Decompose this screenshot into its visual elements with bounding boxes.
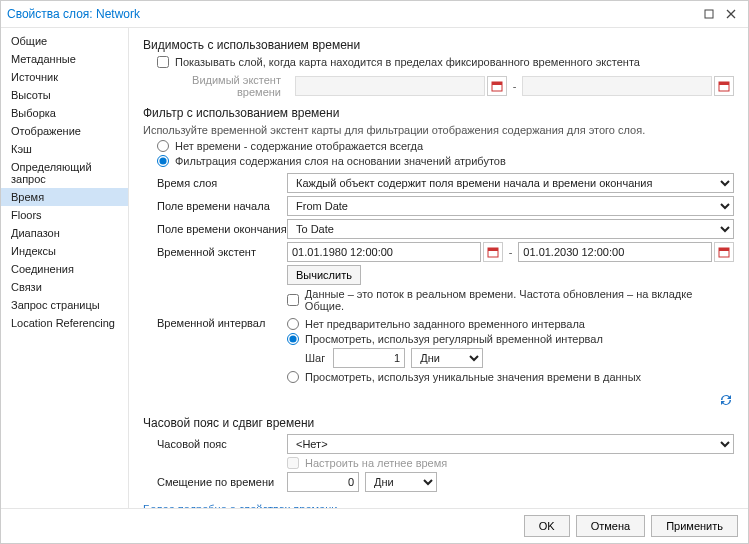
interval-radio-regular[interactable]	[287, 333, 299, 345]
sidebar-item[interactable]: Кэш	[1, 140, 128, 158]
sidebar-item[interactable]: Метаданные	[1, 50, 128, 68]
calculate-button[interactable]: Вычислить	[287, 265, 361, 285]
dst-checkbox	[287, 457, 299, 469]
interval-radio-unique[interactable]	[287, 371, 299, 383]
close-icon[interactable]	[720, 5, 742, 23]
end-field-select[interactable]: To Date	[287, 219, 734, 239]
sidebar-item[interactable]: Диапазон	[1, 224, 128, 242]
svg-rect-8	[488, 248, 498, 251]
visible-extent-label: Видимый экстент времени	[157, 74, 287, 98]
dst-label: Настроить на летнее время	[305, 457, 447, 469]
ok-button[interactable]: OK	[524, 515, 570, 537]
visibility-checkbox[interactable]	[157, 56, 169, 68]
tz-title: Часовой пояс и сдвиг времени	[143, 416, 734, 430]
filter-radio-attr[interactable]	[157, 155, 169, 167]
interval-radio-none[interactable]	[287, 318, 299, 330]
calendar-icon	[714, 76, 734, 96]
visibility-checkbox-label: Показывать слой, когда карта находится в…	[175, 56, 640, 68]
svg-rect-0	[705, 10, 713, 18]
visibility-title: Видимость с использованием времени	[143, 38, 734, 52]
apply-button[interactable]: Применить	[651, 515, 738, 537]
step-unit-select[interactable]: Дни	[411, 348, 483, 368]
sidebar-item[interactable]: Floors	[1, 206, 128, 224]
extent-to-input[interactable]	[518, 242, 712, 262]
filter-title: Фильтр с использованием времени	[143, 106, 734, 120]
stream-label: Данные – это поток в реальном времени. Ч…	[305, 288, 734, 312]
sidebar-item[interactable]: Выборка	[1, 104, 128, 122]
layer-time-label: Время слоя	[157, 177, 287, 189]
sidebar-item[interactable]: Запрос страницы	[1, 296, 128, 314]
start-field-select[interactable]: From Date	[287, 196, 734, 216]
sidebar: ОбщиеМетаданныеИсточникВысотыВыборкаОтоб…	[1, 28, 129, 508]
layer-time-select[interactable]: Каждый объект содержит поля времени нача…	[287, 173, 734, 193]
offset-label: Смещение по времени	[157, 476, 287, 488]
calendar-icon	[487, 76, 507, 96]
sidebar-item[interactable]: Связи	[1, 278, 128, 296]
stream-checkbox[interactable]	[287, 294, 299, 306]
sidebar-item[interactable]: Location Referencing	[1, 314, 128, 332]
tz-select[interactable]: <Нет>	[287, 434, 734, 454]
svg-rect-10	[719, 248, 729, 251]
interval-radio-none-label: Нет предварительно заданного временного …	[305, 318, 585, 330]
extent-from-input[interactable]	[287, 242, 481, 262]
offset-input[interactable]	[287, 472, 359, 492]
filter-radio-none-label: Нет времени - содержание отображается вс…	[175, 140, 423, 152]
filter-radio-none[interactable]	[157, 140, 169, 152]
tz-label: Часовой пояс	[157, 438, 287, 450]
sidebar-item[interactable]: Соединения	[1, 260, 128, 278]
sidebar-item[interactable]: Источник	[1, 68, 128, 86]
maximize-icon[interactable]	[698, 5, 720, 23]
content-panel: Видимость с использованием времени Показ…	[129, 28, 748, 508]
step-label: Шаг	[305, 352, 325, 364]
window-title: Свойства слоя: Network	[7, 7, 140, 21]
end-field-label: Поле времени окончания	[157, 223, 287, 235]
sidebar-item[interactable]: Индексы	[1, 242, 128, 260]
filter-radio-attr-label: Фильтрация содержания слоя на основании …	[175, 155, 506, 167]
step-input[interactable]	[333, 348, 405, 368]
interval-radio-regular-label: Просмотреть, используя регулярный времен…	[305, 333, 603, 345]
start-field-label: Поле времени начала	[157, 200, 287, 212]
offset-unit-select[interactable]: Дни	[365, 472, 437, 492]
calendar-icon[interactable]	[714, 242, 734, 262]
visible-extent-to	[522, 76, 712, 96]
sidebar-item[interactable]: Общие	[1, 32, 128, 50]
sidebar-item[interactable]: Время	[1, 188, 128, 206]
svg-rect-6	[719, 82, 729, 85]
interval-label: Временной интервал	[157, 315, 287, 329]
sidebar-item[interactable]: Определяющий запрос	[1, 158, 128, 188]
refresh-icon[interactable]	[718, 392, 734, 410]
calendar-icon[interactable]	[483, 242, 503, 262]
sidebar-item[interactable]: Отображение	[1, 122, 128, 140]
svg-rect-4	[492, 82, 502, 85]
sidebar-item[interactable]: Высоты	[1, 86, 128, 104]
interval-radio-unique-label: Просмотреть, используя уникальные значен…	[305, 371, 641, 383]
filter-hint: Используйте временной экстент карты для …	[143, 124, 734, 136]
visible-extent-from	[295, 76, 485, 96]
cancel-button[interactable]: Отмена	[576, 515, 645, 537]
extent-label: Временной экстент	[157, 246, 287, 258]
